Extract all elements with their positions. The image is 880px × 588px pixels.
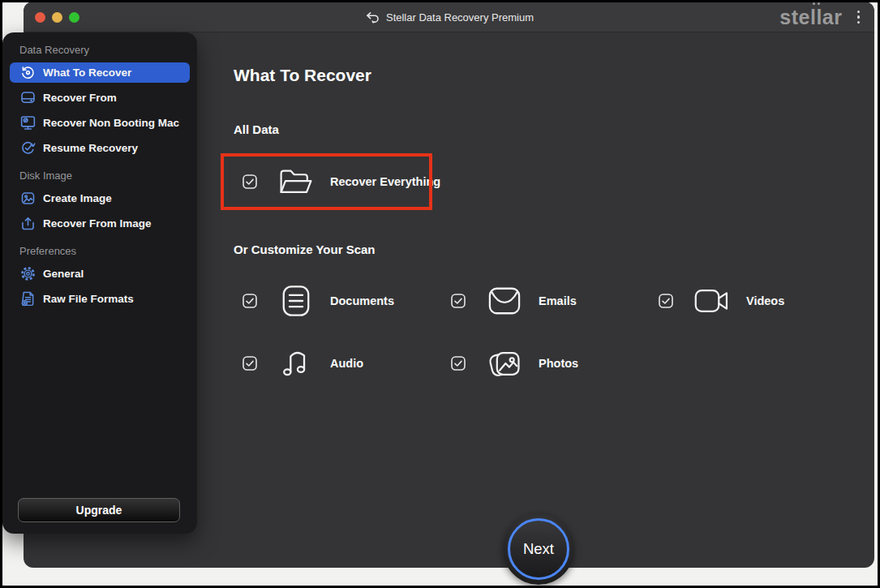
sidebar-item-recover-from[interactable]: Recover From (10, 88, 190, 108)
drive-icon (19, 89, 36, 107)
stellar-logo: stellar (779, 7, 842, 28)
emails-checkbox[interactable] (451, 294, 466, 308)
sidebar-item-label: Raw File Formats (43, 293, 134, 305)
sidebar-item-label: Create Image (43, 192, 112, 204)
next-button-ring: Next (508, 518, 569, 580)
sidebar-item-label: Recover Non Booting Mac (43, 117, 179, 129)
sidebar-item-raw-file-formats[interactable]: Raw File Formats (10, 289, 190, 309)
window-title: Stellar Data Recovery Premium (386, 11, 534, 24)
scan-item-label: Photos (539, 357, 578, 370)
titlebar-right: stellar (779, 2, 861, 32)
next-button-label: Next (523, 540, 554, 558)
restore-icon (19, 64, 36, 82)
scan-item-label: Emails (539, 294, 577, 307)
sidebar-item-recover-non-booting-mac[interactable]: Recover Non Booting Mac (10, 113, 190, 133)
videos-checkbox[interactable] (659, 294, 673, 308)
page-title: What To Recover (234, 66, 371, 85)
scan-item-photos: Photos (451, 344, 578, 383)
screenshot-root: Stellar Data Recovery Premium stellar Da… (0, 0, 880, 588)
sidebar-item-label: Recover From (43, 92, 117, 104)
sidebar-item-what-to-recover[interactable]: What To Recover (10, 62, 190, 83)
page-background-strip (2, 568, 878, 586)
sidebar-section-header: Preferences (19, 245, 197, 257)
documents-checkbox[interactable] (243, 294, 257, 308)
back-arrow-icon[interactable] (364, 11, 380, 24)
kebab-menu-icon[interactable] (856, 7, 862, 28)
scan-item-emails: Emails (451, 281, 577, 320)
scan-item-label: Videos (746, 294, 784, 307)
titlebar-title-group: Stellar Data Recovery Premium (24, 2, 874, 32)
scan-item-label: Documents (330, 294, 394, 307)
audio-checkbox[interactable] (243, 356, 257, 371)
all-data-heading: All Data (234, 122, 279, 136)
recover-everything-checkbox[interactable] (243, 174, 257, 189)
documents-icon (277, 283, 315, 319)
scan-item-label: Recover Everything (330, 175, 440, 188)
scan-item-videos: Videos (659, 281, 784, 320)
sidebar-item-recover-from-image[interactable]: Recover From Image (10, 213, 190, 234)
logo-dots-icon (810, 2, 822, 5)
gear-icon (19, 265, 36, 283)
sidebar-item-label: Recover From Image (43, 217, 152, 230)
resume-icon (19, 139, 36, 157)
sidebar-item-label: Resume Recovery (43, 142, 138, 154)
sidebar-item-label: General (43, 268, 84, 280)
non-booting-mac-icon (19, 114, 36, 132)
sidebar-section-header: Data Recovery (19, 44, 197, 56)
recover-from-image-icon (19, 215, 36, 233)
scan-item-documents: Documents (243, 281, 394, 320)
sidebar-item-resume-recovery[interactable]: Resume Recovery (10, 138, 190, 158)
scan-item-label: Audio (330, 357, 363, 370)
sidebar-item-general[interactable]: General (10, 264, 190, 284)
sidebar: Data Recovery What To Recover Recover Fr… (2, 32, 197, 534)
next-button[interactable]: Next (503, 513, 574, 585)
raw-file-icon (19, 290, 36, 308)
emails-icon (486, 283, 523, 319)
folder-icon (277, 164, 315, 200)
scan-item-audio: Audio (243, 344, 363, 383)
upgrade-button[interactable]: Upgrade (18, 498, 180, 522)
photos-checkbox[interactable] (451, 356, 466, 371)
titlebar: Stellar Data Recovery Premium stellar (24, 2, 874, 32)
photos-icon (486, 346, 523, 381)
sidebar-section-header: Disk Image (19, 170, 197, 182)
sidebar-item-create-image[interactable]: Create Image (10, 188, 190, 208)
scan-item-recover-everything: Recover Everything (243, 162, 440, 201)
create-image-icon (19, 190, 36, 208)
videos-icon (693, 283, 731, 319)
audio-icon (277, 346, 315, 381)
customize-heading: Or Customize Your Scan (234, 242, 376, 256)
sidebar-item-label: What To Recover (43, 67, 131, 79)
